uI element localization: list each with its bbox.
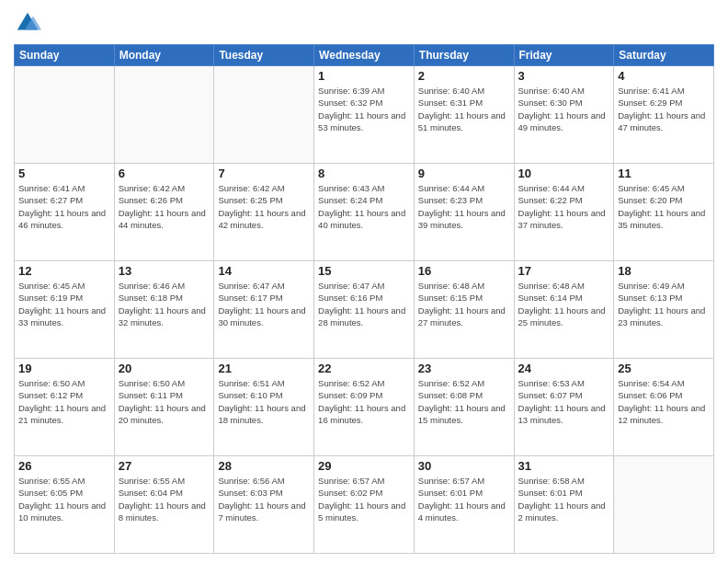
day-info: Sunrise: 6:54 AMSunset: 6:06 PMDaylight:… [618, 377, 710, 426]
day-info: Sunrise: 6:44 AMSunset: 6:22 PMDaylight:… [518, 182, 610, 231]
calendar-cell: 1Sunrise: 6:39 AMSunset: 6:32 PMDaylight… [314, 66, 415, 164]
day-info: Sunrise: 6:55 AMSunset: 6:04 PMDaylight:… [119, 475, 210, 523]
day-number: 28 [218, 459, 310, 473]
calendar-cell: 16Sunrise: 6:48 AMSunset: 6:15 PMDayligh… [414, 261, 514, 359]
day-info: Sunrise: 6:58 AMSunset: 6:01 PMDaylight:… [518, 475, 610, 523]
logo-icon [14, 9, 41, 37]
day-info: Sunrise: 6:50 AMSunset: 6:12 PMDaylight:… [18, 377, 110, 426]
day-info: Sunrise: 6:41 AMSunset: 6:27 PMDaylight:… [18, 182, 110, 231]
day-number: 19 [18, 362, 110, 375]
weekday-header-wednesday: Wednesday [314, 45, 415, 66]
calendar-cell: 5Sunrise: 6:41 AMSunset: 6:27 PMDaylight… [15, 164, 115, 261]
calendar-table: SundayMondayTuesdayWednesdayThursdayFrid… [14, 44, 714, 554]
calendar-cell [15, 66, 115, 164]
day-number: 6 [119, 167, 210, 180]
calendar-cell [114, 66, 214, 164]
calendar-cell: 21Sunrise: 6:51 AMSunset: 6:10 PMDayligh… [214, 359, 314, 456]
calendar-cell: 29Sunrise: 6:57 AMSunset: 6:02 PMDayligh… [314, 456, 415, 554]
day-number: 2 [418, 69, 510, 83]
day-number: 11 [618, 167, 710, 180]
weekday-header-sunday: Sunday [15, 45, 115, 66]
calendar-cell: 4Sunrise: 6:41 AMSunset: 6:29 PMDaylight… [614, 66, 714, 164]
header [14, 9, 714, 37]
calendar-cell: 19Sunrise: 6:50 AMSunset: 6:12 PMDayligh… [15, 359, 115, 456]
calendar-cell: 17Sunrise: 6:48 AMSunset: 6:14 PMDayligh… [514, 261, 614, 359]
day-info: Sunrise: 6:46 AMSunset: 6:18 PMDaylight:… [119, 280, 210, 328]
day-info: Sunrise: 6:43 AMSunset: 6:24 PMDaylight:… [318, 182, 410, 231]
day-number: 22 [318, 362, 410, 375]
calendar-cell: 24Sunrise: 6:53 AMSunset: 6:07 PMDayligh… [514, 359, 614, 456]
calendar-cell: 7Sunrise: 6:42 AMSunset: 6:25 PMDaylight… [214, 164, 314, 261]
day-info: Sunrise: 6:47 AMSunset: 6:16 PMDaylight:… [318, 280, 410, 328]
day-info: Sunrise: 6:56 AMSunset: 6:03 PMDaylight:… [218, 475, 310, 523]
calendar-cell: 10Sunrise: 6:44 AMSunset: 6:22 PMDayligh… [514, 164, 614, 261]
day-info: Sunrise: 6:42 AMSunset: 6:25 PMDaylight:… [218, 182, 310, 231]
calendar-cell: 14Sunrise: 6:47 AMSunset: 6:17 PMDayligh… [214, 261, 314, 359]
day-info: Sunrise: 6:40 AMSunset: 6:31 PMDaylight:… [418, 85, 510, 133]
day-info: Sunrise: 6:41 AMSunset: 6:29 PMDaylight:… [618, 85, 710, 133]
day-number: 9 [418, 167, 510, 180]
day-info: Sunrise: 6:45 AMSunset: 6:20 PMDaylight:… [618, 182, 710, 231]
page: SundayMondayTuesdayWednesdayThursdayFrid… [0, 0, 728, 563]
weekday-header-monday: Monday [114, 45, 214, 66]
calendar-cell: 11Sunrise: 6:45 AMSunset: 6:20 PMDayligh… [614, 164, 714, 261]
calendar-cell: 9Sunrise: 6:44 AMSunset: 6:23 PMDaylight… [414, 164, 514, 261]
week-row-0: 1Sunrise: 6:39 AMSunset: 6:32 PMDaylight… [15, 66, 714, 164]
calendar-cell: 31Sunrise: 6:58 AMSunset: 6:01 PMDayligh… [514, 456, 614, 554]
weekday-header-thursday: Thursday [414, 45, 514, 66]
weekday-header-saturday: Saturday [614, 45, 714, 66]
day-number: 16 [418, 264, 510, 278]
day-info: Sunrise: 6:44 AMSunset: 6:23 PMDaylight:… [418, 182, 510, 231]
day-number: 23 [418, 362, 510, 375]
calendar-cell: 27Sunrise: 6:55 AMSunset: 6:04 PMDayligh… [114, 456, 214, 554]
calendar-cell: 25Sunrise: 6:54 AMSunset: 6:06 PMDayligh… [614, 359, 714, 456]
day-number: 8 [318, 167, 410, 180]
day-number: 25 [618, 362, 710, 375]
day-info: Sunrise: 6:42 AMSunset: 6:26 PMDaylight:… [119, 182, 210, 231]
day-info: Sunrise: 6:40 AMSunset: 6:30 PMDaylight:… [518, 85, 610, 133]
day-info: Sunrise: 6:49 AMSunset: 6:13 PMDaylight:… [618, 280, 710, 328]
day-info: Sunrise: 6:57 AMSunset: 6:02 PMDaylight:… [318, 475, 410, 523]
day-number: 21 [218, 362, 310, 375]
calendar-cell: 2Sunrise: 6:40 AMSunset: 6:31 PMDaylight… [414, 66, 514, 164]
day-number: 30 [418, 459, 510, 473]
calendar-cell: 6Sunrise: 6:42 AMSunset: 6:26 PMDaylight… [114, 164, 214, 261]
day-number: 31 [518, 459, 610, 473]
day-number: 10 [518, 167, 610, 180]
day-number: 17 [518, 264, 610, 278]
day-info: Sunrise: 6:52 AMSunset: 6:08 PMDaylight:… [418, 377, 510, 426]
calendar-cell: 13Sunrise: 6:46 AMSunset: 6:18 PMDayligh… [114, 261, 214, 359]
calendar-cell: 12Sunrise: 6:45 AMSunset: 6:19 PMDayligh… [15, 261, 115, 359]
day-number: 14 [218, 264, 310, 278]
day-number: 26 [18, 459, 110, 473]
day-info: Sunrise: 6:45 AMSunset: 6:19 PMDaylight:… [18, 280, 110, 328]
week-row-4: 26Sunrise: 6:55 AMSunset: 6:05 PMDayligh… [15, 456, 714, 554]
calendar-cell: 8Sunrise: 6:43 AMSunset: 6:24 PMDaylight… [314, 164, 415, 261]
calendar-cell: 26Sunrise: 6:55 AMSunset: 6:05 PMDayligh… [15, 456, 115, 554]
calendar-cell: 23Sunrise: 6:52 AMSunset: 6:08 PMDayligh… [414, 359, 514, 456]
day-info: Sunrise: 6:39 AMSunset: 6:32 PMDaylight:… [318, 85, 410, 133]
day-number: 12 [18, 264, 110, 278]
calendar-cell [214, 66, 314, 164]
day-number: 20 [119, 362, 210, 375]
day-info: Sunrise: 6:52 AMSunset: 6:09 PMDaylight:… [318, 377, 410, 426]
day-number: 5 [18, 167, 110, 180]
day-info: Sunrise: 6:50 AMSunset: 6:11 PMDaylight:… [119, 377, 210, 426]
calendar-cell: 15Sunrise: 6:47 AMSunset: 6:16 PMDayligh… [314, 261, 415, 359]
day-info: Sunrise: 6:47 AMSunset: 6:17 PMDaylight:… [218, 280, 310, 328]
day-number: 13 [119, 264, 210, 278]
calendar-cell [614, 456, 714, 554]
day-number: 27 [119, 459, 210, 473]
day-info: Sunrise: 6:51 AMSunset: 6:10 PMDaylight:… [218, 377, 310, 426]
day-info: Sunrise: 6:48 AMSunset: 6:14 PMDaylight:… [518, 280, 610, 328]
day-number: 4 [618, 69, 710, 83]
weekday-header-friday: Friday [514, 45, 614, 66]
week-row-1: 5Sunrise: 6:41 AMSunset: 6:27 PMDaylight… [15, 164, 714, 261]
logo [14, 9, 45, 37]
day-info: Sunrise: 6:53 AMSunset: 6:07 PMDaylight:… [518, 377, 610, 426]
weekday-header-tuesday: Tuesday [214, 45, 314, 66]
day-info: Sunrise: 6:55 AMSunset: 6:05 PMDaylight:… [18, 475, 110, 523]
week-row-2: 12Sunrise: 6:45 AMSunset: 6:19 PMDayligh… [15, 261, 714, 359]
weekday-header-row: SundayMondayTuesdayWednesdayThursdayFrid… [15, 45, 714, 66]
day-info: Sunrise: 6:48 AMSunset: 6:15 PMDaylight:… [418, 280, 510, 328]
